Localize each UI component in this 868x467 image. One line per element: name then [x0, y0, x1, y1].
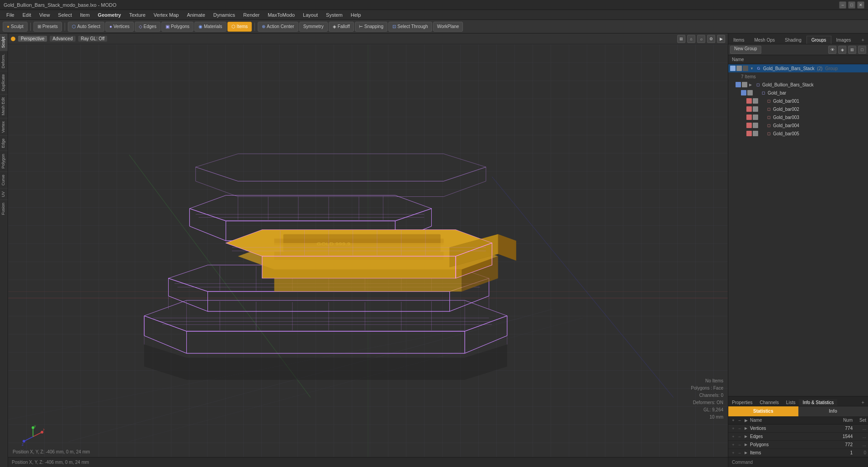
close-button[interactable]: ✕	[857, 1, 864, 9]
menu-edit[interactable]: Edit	[19, 11, 35, 19]
tree-item-3[interactable]: ▶ ◻ Gold_bar002	[728, 105, 868, 113]
viewport-shading[interactable]: Advanced	[50, 36, 75, 42]
falloff-button[interactable]: ◈ Falloff	[329, 22, 354, 32]
stats-row-items[interactable]: + – ▶ Items 1 0	[728, 449, 868, 457]
autoselect-button[interactable]: ⬡ Auto Select	[68, 22, 104, 32]
menu-animate[interactable]: Animate	[183, 11, 208, 19]
viewport-canvas[interactable]: GOLD 999.9 1000g	[8, 44, 728, 457]
stats-row-edges[interactable]: + – ▶ Edges 1544 ...	[728, 433, 868, 441]
stats-header-statistics[interactable]: Statistics	[728, 406, 798, 416]
tab-deform[interactable]: Deform.	[0, 51, 8, 71]
tab-duplicate[interactable]: Duplicate	[0, 71, 8, 94]
row-minus-vertices[interactable]: –	[736, 426, 743, 431]
menu-file[interactable]: File	[3, 11, 18, 19]
snapping-button[interactable]: ⊢ Snapping	[355, 22, 387, 32]
sculpt-button[interactable]: ● Sculpt	[3, 22, 28, 32]
tab-items[interactable]: Items	[728, 36, 749, 44]
vis-render-icon[interactable]	[736, 66, 742, 71]
menu-dynamics[interactable]: Dynamics	[210, 11, 239, 19]
tab-polygon[interactable]: Polygon	[0, 151, 8, 172]
action-center-button[interactable]: ⊕ Action Center	[258, 22, 298, 32]
groups-eye-icon[interactable]: 👁	[828, 46, 836, 54]
tab-vertex[interactable]: Vertex	[0, 118, 8, 136]
tab-images[interactable]: Images	[831, 36, 856, 44]
edges-button[interactable]: ◇ Edges	[135, 22, 160, 32]
right-panel-add-tab[interactable]: +	[858, 36, 868, 44]
vertices-button[interactable]: ● Vertices	[105, 22, 134, 32]
row-plus-vertices[interactable]: +	[730, 426, 736, 431]
tree-item-6[interactable]: ▶ ◻ Gold_bar005	[728, 129, 868, 138]
vis-eye-4[interactable]	[746, 114, 752, 120]
vis-lock-icon[interactable]	[743, 66, 748, 71]
stats-add-tab[interactable]: +	[858, 399, 868, 406]
vis-render-6[interactable]	[753, 131, 758, 136]
row-arrow-items[interactable]: ▶	[743, 451, 749, 455]
menu-select[interactable]: Select	[54, 11, 75, 19]
menu-system[interactable]: System	[322, 11, 346, 19]
materials-button[interactable]: ◉ Materials	[194, 22, 226, 32]
row-plus-edges[interactable]: +	[730, 434, 736, 439]
row-plus-polygons[interactable]: +	[730, 443, 736, 447]
stats-tab-properties[interactable]: Properties	[728, 399, 756, 406]
tab-meshedit[interactable]: Mesh Edit	[0, 94, 8, 118]
vp-zoom-button[interactable]: ⌕	[697, 35, 705, 43]
vp-fit-button[interactable]: ⊞	[677, 35, 685, 43]
stats-tab-channels[interactable]: Channels	[756, 399, 783, 406]
minimize-button[interactable]: –	[839, 1, 846, 9]
menu-maxtomodo[interactable]: MaxToModo	[264, 11, 298, 19]
row-arrow-edges[interactable]: ▶	[743, 434, 749, 438]
vis-eye-0[interactable]	[736, 82, 741, 87]
menu-geometry[interactable]: Geometry	[94, 11, 124, 19]
vis-render-0[interactable]	[742, 82, 747, 87]
vis-eye-2[interactable]	[746, 98, 752, 104]
tree-item-1[interactable]: ▶ ◻ Gold_bar	[728, 89, 868, 97]
tab-uv[interactable]: UV	[0, 188, 8, 200]
presets-button[interactable]: ⊞ Presets	[33, 22, 62, 32]
stats-tab-info[interactable]: Info & Statistics	[799, 399, 837, 406]
menu-render[interactable]: Render	[240, 11, 263, 19]
vis-eye-icon[interactable]	[730, 66, 736, 71]
vis-eye-5[interactable]	[746, 123, 752, 128]
new-group-button[interactable]: New Group	[730, 46, 761, 54]
row-minus-items[interactable]: –	[736, 451, 743, 455]
menu-help[interactable]: Help	[347, 11, 365, 19]
tree-item-5[interactable]: ▶ ◻ Gold_bar004	[728, 121, 868, 129]
groups-settings-icon[interactable]: □	[858, 46, 866, 54]
vis-render-4[interactable]	[753, 114, 758, 120]
vis-render-3[interactable]	[753, 106, 758, 112]
vis-render-2[interactable]	[753, 98, 758, 104]
vis-eye-6[interactable]	[746, 131, 752, 136]
vis-render-1[interactable]	[747, 90, 753, 95]
tree-expand-icon[interactable]: ▼	[750, 67, 755, 71]
groups-tree[interactable]: ▼ G Gold_Bullion_Bars_Stack (2) Group 7 …	[728, 64, 868, 396]
menu-layout[interactable]: Layout	[299, 11, 321, 19]
row-minus-polygons[interactable]: –	[736, 443, 743, 447]
expand-0[interactable]: ▶	[749, 83, 755, 87]
row-plus-items[interactable]: +	[730, 451, 736, 455]
stats-row-polygons[interactable]: + – ▶ Polygons 772 ...	[728, 441, 868, 449]
workplane-button[interactable]: WorkPlane	[433, 22, 463, 32]
viewport-raygl[interactable]: Ray GL: Off	[78, 36, 108, 42]
stats-tab-lists[interactable]: Lists	[783, 399, 799, 406]
polygons-button[interactable]: ▣ Polygons	[161, 22, 193, 32]
tab-mesh-ops[interactable]: Mesh Ops	[749, 36, 780, 44]
row-arrow-vertices[interactable]: ▶	[743, 426, 749, 430]
menu-texture[interactable]: Texture	[126, 11, 149, 19]
symmetry-button[interactable]: Symmetry	[299, 22, 328, 32]
tab-groups[interactable]: Groups	[807, 36, 831, 44]
menu-item[interactable]: Item	[76, 11, 93, 19]
groups-render-icon[interactable]: ◈	[838, 46, 846, 54]
tab-edge[interactable]: Edge	[0, 135, 8, 151]
row-arrow-polygons[interactable]: ▶	[743, 443, 749, 447]
tree-item-2[interactable]: ▶ ◻ Gold_bar001	[728, 97, 868, 105]
select-through-button[interactable]: ⊡ Select Through	[388, 22, 432, 32]
tab-fusion[interactable]: Fusion	[0, 200, 8, 218]
tab-sculpt[interactable]: Sculpt	[0, 33, 8, 51]
menu-vertexmap[interactable]: Vertex Map	[150, 11, 183, 19]
tree-item-4[interactable]: ▶ ◻ Gold_bar003	[728, 113, 868, 121]
vis-render-5[interactable]	[753, 123, 758, 128]
stats-row-vertices[interactable]: + – ▶ Vertices 774 ...	[728, 424, 868, 433]
maximize-button[interactable]: □	[848, 1, 855, 9]
vp-settings-button[interactable]: ⚙	[707, 35, 715, 43]
tab-curve[interactable]: Curve	[0, 172, 8, 188]
